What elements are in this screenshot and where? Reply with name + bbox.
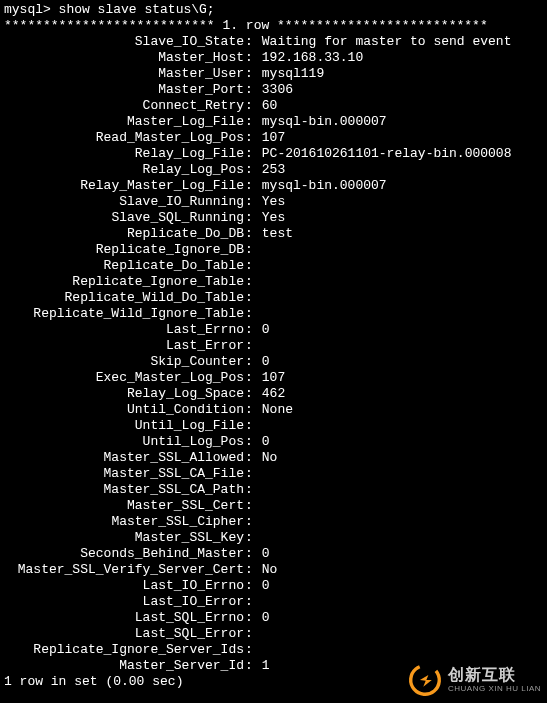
status-value: No [254, 450, 277, 466]
status-value [254, 466, 262, 482]
status-value: No [254, 562, 277, 578]
colon-separator: : [244, 450, 254, 466]
status-value: 462 [254, 386, 285, 402]
status-value [254, 338, 262, 354]
status-label: Last_SQL_Error [4, 626, 244, 642]
status-row: Master_Server_Id: 1 [4, 658, 543, 674]
status-value: 0 [254, 610, 270, 626]
colon-separator: : [244, 658, 254, 674]
status-row: Replicate_Do_Table: [4, 258, 543, 274]
status-value: 0 [254, 546, 270, 562]
colon-separator: : [244, 546, 254, 562]
status-label: Skip_Counter [4, 354, 244, 370]
colon-separator: : [244, 466, 254, 482]
status-row: Exec_Master_Log_Pos: 107 [4, 370, 543, 386]
colon-separator: : [244, 274, 254, 290]
status-row: Master_SSL_Cert: [4, 498, 543, 514]
status-row: Master_Log_File: mysql-bin.000007 [4, 114, 543, 130]
status-row: Read_Master_Log_Pos: 107 [4, 130, 543, 146]
status-label: Replicate_Wild_Do_Table [4, 290, 244, 306]
status-value: 107 [254, 130, 285, 146]
status-value [254, 418, 262, 434]
status-row: Relay_Log_File: PC-201610261101-relay-bi… [4, 146, 543, 162]
status-value: mysql119 [254, 66, 324, 82]
status-label: Last_IO_Errno [4, 578, 244, 594]
status-row: Last_Error: [4, 338, 543, 354]
status-row: Master_User: mysql119 [4, 66, 543, 82]
status-label: Master_SSL_CA_File [4, 466, 244, 482]
status-value [254, 642, 262, 658]
colon-separator: : [244, 226, 254, 242]
status-value: 1 [254, 658, 270, 674]
status-value [254, 626, 262, 642]
status-label: Replicate_Do_Table [4, 258, 244, 274]
status-label: Last_SQL_Errno [4, 610, 244, 626]
status-row: Until_Condition: None [4, 402, 543, 418]
colon-separator: : [244, 354, 254, 370]
status-row: Relay_Log_Space: 462 [4, 386, 543, 402]
status-label: Relay_Log_Pos [4, 162, 244, 178]
status-value: 0 [254, 434, 270, 450]
colon-separator: : [244, 50, 254, 66]
colon-separator: : [244, 146, 254, 162]
colon-separator: : [244, 594, 254, 610]
colon-separator: : [244, 306, 254, 322]
status-label: Relay_Log_Space [4, 386, 244, 402]
status-label: Replicate_Ignore_Server_Ids [4, 642, 244, 658]
status-value [254, 594, 262, 610]
status-row: Replicate_Wild_Ignore_Table: [4, 306, 543, 322]
status-label: Replicate_Ignore_DB [4, 242, 244, 258]
status-value [254, 274, 262, 290]
status-label: Master_SSL_CA_Path [4, 482, 244, 498]
status-label: Master_SSL_Cert [4, 498, 244, 514]
status-label: Last_Error [4, 338, 244, 354]
status-value [254, 258, 262, 274]
status-row: Slave_IO_Running: Yes [4, 194, 543, 210]
colon-separator: : [244, 194, 254, 210]
status-row: Last_Errno: 0 [4, 322, 543, 338]
status-row: Replicate_Ignore_Table: [4, 274, 543, 290]
colon-separator: : [244, 562, 254, 578]
colon-separator: : [244, 322, 254, 338]
colon-separator: : [244, 418, 254, 434]
status-label: Master_SSL_Key [4, 530, 244, 546]
status-row: Replicate_Wild_Do_Table: [4, 290, 543, 306]
status-value: 3306 [254, 82, 293, 98]
colon-separator: : [244, 498, 254, 514]
status-value [254, 482, 262, 498]
status-label: Replicate_Do_DB [4, 226, 244, 242]
colon-separator: : [244, 210, 254, 226]
status-value: Waiting for master to send event [254, 34, 511, 50]
status-label: Exec_Master_Log_Pos [4, 370, 244, 386]
status-row: Slave_IO_State: Waiting for master to se… [4, 34, 543, 50]
status-value: 60 [254, 98, 277, 114]
status-value [254, 530, 262, 546]
colon-separator: : [244, 130, 254, 146]
colon-separator: : [244, 482, 254, 498]
colon-separator: : [244, 514, 254, 530]
status-label: Relay_Master_Log_File [4, 178, 244, 194]
status-row: Master_Host: 192.168.33.10 [4, 50, 543, 66]
colon-separator: : [244, 34, 254, 50]
status-label: Until_Condition [4, 402, 244, 418]
colon-separator: : [244, 370, 254, 386]
status-row: Slave_SQL_Running: Yes [4, 210, 543, 226]
status-row: Master_Port: 3306 [4, 82, 543, 98]
colon-separator: : [244, 642, 254, 658]
command-prompt-line[interactable]: mysql> show slave status\G; [4, 2, 543, 18]
colon-separator: : [244, 386, 254, 402]
status-value: 0 [254, 322, 270, 338]
status-value [254, 290, 262, 306]
colon-separator: : [244, 258, 254, 274]
status-label: Master_Log_File [4, 114, 244, 130]
colon-separator: : [244, 114, 254, 130]
status-value [254, 242, 262, 258]
status-label: Last_Errno [4, 322, 244, 338]
status-row: Seconds_Behind_Master: 0 [4, 546, 543, 562]
status-row: Connect_Retry: 60 [4, 98, 543, 114]
colon-separator: : [244, 162, 254, 178]
status-label: Master_Port [4, 82, 244, 98]
status-label: Replicate_Ignore_Table [4, 274, 244, 290]
status-label: Slave_IO_State [4, 34, 244, 50]
status-row: Skip_Counter: 0 [4, 354, 543, 370]
